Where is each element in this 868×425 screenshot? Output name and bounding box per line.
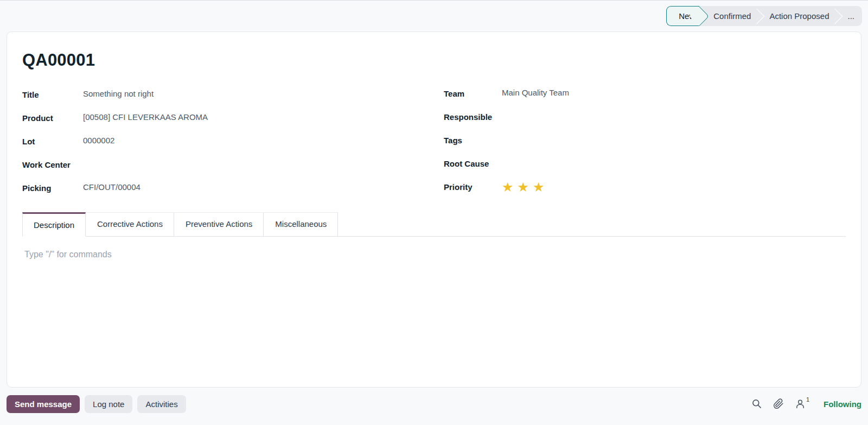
field-value-team[interactable]: Main Quality Team [502, 88, 643, 100]
notebook-tabs: Description Corrective Actions Preventiv… [22, 212, 846, 237]
activities-button[interactable]: Activities [137, 395, 186, 413]
field-value-root-cause[interactable] [502, 158, 643, 170]
stage-new[interactable]: New [666, 6, 699, 26]
top-bar: New Confirmed Action Proposed ... [0, 1, 868, 31]
field-label-picking: Picking [22, 183, 83, 193]
field-row-product: Product [00508] CFI LEVERKAAS AROMA [22, 106, 434, 130]
priority-stars: ★ ★ ★ [502, 181, 545, 193]
field-label-title: Title [22, 90, 83, 99]
field-value-work-center[interactable] [83, 159, 224, 171]
followers-count: 1 [806, 396, 809, 403]
field-row-picking: Picking CFI/OUT/00004 [22, 176, 434, 200]
description-editor[interactable]: Type "/" for commands [22, 237, 846, 389]
field-label-product: Product [22, 113, 83, 123]
tab-miscellaneous[interactable]: Miscellaneous [264, 212, 338, 237]
user-icon [795, 398, 806, 409]
field-value-picking[interactable]: CFI/OUT/00004 [83, 182, 224, 194]
field-value-lot[interactable]: 0000002 [83, 136, 224, 148]
editor-placeholder: Type "/" for commands [24, 250, 112, 259]
field-label-priority: Priority [444, 182, 502, 192]
field-value-tags[interactable] [502, 135, 643, 147]
field-label-responsible: Responsible [444, 112, 502, 122]
followers-button[interactable]: 1 [794, 397, 810, 410]
stage-more[interactable]: ... [840, 6, 862, 26]
field-row-team: Team Main Quality Team [444, 82, 643, 105]
field-row-priority: Priority ★ ★ ★ [444, 175, 643, 199]
tab-description[interactable]: Description [22, 212, 86, 237]
stage-new-label: New [679, 11, 695, 21]
tab-preventive-actions[interactable]: Preventive Actions [174, 212, 264, 237]
field-row-lot: Lot 0000002 [22, 130, 434, 153]
field-row-responsible: Responsible [444, 105, 643, 129]
paperclip-icon [773, 398, 784, 409]
statusbar: New Confirmed Action Proposed ... [666, 6, 862, 26]
field-row-tags: Tags [444, 129, 643, 152]
fields-left-column: Title Something not right Product [00508… [22, 83, 434, 200]
stage-action-proposed-label: Action Proposed [769, 11, 829, 21]
attach-files-button[interactable] [772, 397, 785, 410]
stage-more-label: ... [847, 11, 854, 21]
form-card: QA00001 Title Something not right Produc… [7, 31, 861, 388]
field-label-lot: Lot [22, 137, 83, 146]
stage-action-proposed[interactable]: Action Proposed [762, 6, 837, 26]
field-value-responsible[interactable] [502, 111, 643, 123]
chatter-actions: 1 Following [750, 397, 861, 410]
priority-star-1-icon[interactable]: ★ [502, 181, 514, 193]
search-messages-button[interactable] [750, 397, 763, 410]
fields-right-column: Team Main Quality Team Responsible Tags … [444, 82, 643, 199]
field-grid: Title Something not right Product [00508… [22, 83, 846, 200]
field-value-product[interactable]: [00508] CFI LEVERKAAS AROMA [83, 112, 224, 124]
priority-star-3-icon[interactable]: ★ [533, 181, 545, 193]
field-row-title: Title Something not right [22, 83, 434, 106]
record-name[interactable]: QA00001 [22, 50, 846, 70]
chatter-bar: Send message Log note Activities [7, 392, 861, 416]
log-note-button[interactable]: Log note [85, 395, 132, 413]
search-icon [751, 398, 762, 409]
field-label-work-center: Work Center [22, 160, 83, 169]
field-label-root-cause: Root Cause [444, 159, 502, 168]
field-label-team: Team [444, 89, 502, 98]
field-label-tags: Tags [444, 136, 502, 145]
priority-star-2-icon[interactable]: ★ [518, 181, 529, 193]
field-row-root-cause: Root Cause [444, 152, 643, 175]
send-message-button[interactable]: Send message [7, 395, 80, 413]
field-value-title[interactable]: Something not right [83, 89, 224, 101]
stage-confirmed-label: Confirmed [713, 11, 751, 21]
field-row-work-center: Work Center [22, 153, 434, 176]
following-button[interactable]: Following [824, 399, 861, 409]
tab-corrective-actions[interactable]: Corrective Actions [86, 212, 174, 237]
